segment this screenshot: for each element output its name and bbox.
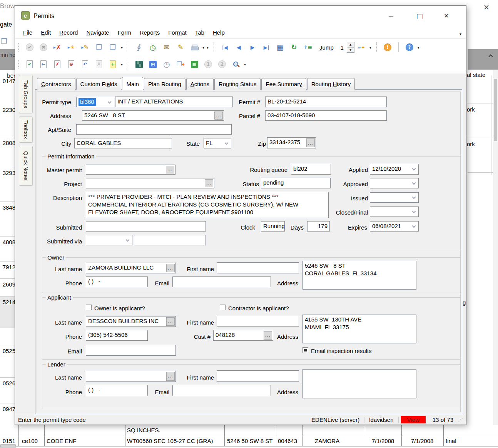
submitted-via-field[interactable]	[134, 235, 206, 245]
owner-last-name-browse-button[interactable]	[166, 264, 175, 272]
chevron-down-icon[interactable]	[412, 224, 416, 228]
bg-document-icon[interactable]: ❐	[1, 37, 7, 45]
description-field[interactable]: *** PRIVATE PROVIDER - MTCI - PLAN REVIE…	[86, 192, 329, 218]
spinner-up-icon[interactable]: ▲	[347, 42, 354, 47]
toolbar-drag-handle[interactable]	[18, 43, 20, 52]
step1-disabled-icon[interactable]: 1	[203, 59, 213, 69]
approve-doc-icon[interactable]: ✔	[25, 59, 35, 69]
chevron-down-icon[interactable]	[108, 100, 112, 104]
prev-record-icon[interactable]: ◀	[234, 42, 244, 52]
side-tab-tab-groups[interactable]: Tab Groups	[19, 75, 33, 113]
minimize-button[interactable]	[384, 11, 398, 21]
permit-number-field[interactable]: BL-20-12-5214	[265, 97, 387, 107]
lender-phone-field[interactable]: ( ) -	[86, 385, 148, 396]
wipe-icon[interactable]: ▰✦	[356, 42, 366, 52]
zip-browse-button[interactable]	[306, 138, 315, 147]
return-doc-icon[interactable]: ←	[38, 59, 48, 69]
side-tab-toolbox[interactable]: Toolbox	[19, 117, 33, 143]
add-note-icon[interactable]: +	[108, 59, 118, 69]
chevron-down-icon[interactable]	[225, 141, 229, 145]
delete-doc-icon[interactable]: ✗	[52, 59, 62, 69]
owner-last-name-field[interactable]: ZAMORA BUILDING LLC	[86, 263, 176, 273]
contractor-is-applicant-checkbox[interactable]	[220, 305, 226, 310]
tab-routing-history[interactable]: Routing History	[307, 78, 355, 90]
alert-icon[interactable]: !	[383, 42, 393, 52]
tab-fee-summary[interactable]: Fee Summary	[261, 78, 306, 90]
tab-main[interactable]: Main	[122, 77, 143, 90]
city-field[interactable]: CORAL GABLES	[74, 138, 172, 148]
tab-contractors[interactable]: Contractors	[37, 78, 75, 90]
calculator-icon[interactable]: ⊞	[148, 59, 158, 69]
cust-number-browse-button[interactable]	[264, 331, 272, 340]
sort-icon[interactable]: ↑≡	[303, 42, 313, 52]
inspect-icon[interactable]	[231, 59, 241, 69]
side-tab-quick-notes[interactable]: Quick Notes	[19, 146, 33, 186]
menu-reports[interactable]: Reports	[135, 27, 164, 38]
menu-form[interactable]: Form	[114, 27, 135, 38]
menu-record[interactable]: Record	[55, 27, 82, 38]
menu-navigate[interactable]: Navigate	[82, 27, 113, 38]
next-record-icon[interactable]: ▶	[247, 42, 257, 52]
address-field[interactable]: 5246 SW 8 ST	[82, 110, 224, 121]
first-record-icon[interactable]: |◀	[220, 42, 230, 52]
copy-record-icon[interactable]: ❐	[94, 42, 104, 52]
tab-routing-status[interactable]: Routing Status	[214, 78, 261, 90]
owner-first-name-field[interactable]	[217, 262, 299, 273]
void-doc-icon[interactable]: ✗	[94, 59, 104, 69]
attachments-icon[interactable]: ∮	[134, 42, 144, 52]
expires-date-combo[interactable]: 06/08/2021	[370, 221, 419, 231]
menu-edit[interactable]: Edit	[37, 27, 55, 38]
permit-type-desc-field[interactable]: INT / EXT ALTERATIONS	[115, 97, 233, 107]
copy-docs-icon[interactable]: ❐◆	[175, 59, 185, 69]
menu-file[interactable]: File	[19, 27, 37, 38]
menu-overflow-icon[interactable]	[460, 32, 461, 36]
map-icon[interactable]: ▚	[134, 59, 144, 69]
master-permit-browse-button[interactable]	[166, 166, 174, 173]
applicant-first-name-field[interactable]	[217, 316, 299, 327]
owner-is-applicant-checkbox[interactable]	[86, 305, 92, 310]
tab-custom-fields[interactable]: Custom Fields	[76, 78, 122, 90]
dropdown-caret-icon[interactable]: ▾	[418, 45, 419, 50]
dropdown-caret-icon[interactable]: ▾	[202, 45, 204, 50]
edit-record-icon[interactable]: ▸✎	[80, 42, 90, 52]
parcel-field[interactable]: 03-4107-018-5690	[265, 110, 387, 121]
status-field[interactable]: pending	[261, 178, 331, 188]
applied-date-combo[interactable]: 12/10/2020	[370, 164, 419, 175]
commit-record-icon[interactable]: ✔	[25, 42, 35, 52]
owner-email-field[interactable]	[172, 276, 271, 287]
address-browse-button[interactable]	[214, 112, 223, 120]
browse-grid-icon[interactable]: ▦	[275, 42, 285, 52]
submitted-field[interactable]	[86, 221, 206, 231]
menu-tab[interactable]: Tab	[191, 27, 209, 38]
rollback-record-icon[interactable]: ✖	[38, 42, 48, 52]
email-inspection-results-checkbox[interactable]	[302, 347, 308, 353]
last-record-icon[interactable]: ▶|	[261, 42, 271, 52]
owner-address-box[interactable]: 5246 SW 8 ST CORAL GABLES FL 33134	[302, 261, 416, 290]
step2-disabled-icon[interactable]: 2	[217, 59, 227, 69]
approved-date-combo[interactable]	[370, 178, 419, 188]
close-button[interactable]	[440, 11, 453, 21]
dropdown-caret-icon[interactable]: ▾	[244, 62, 246, 67]
chevron-down-icon[interactable]	[412, 167, 416, 171]
menu-help[interactable]: Help	[209, 27, 229, 38]
lender-email-field[interactable]	[172, 385, 271, 396]
master-permit-field[interactable]	[86, 165, 175, 175]
applicant-last-name-browse-button[interactable]	[166, 317, 175, 326]
menu-format[interactable]: Format	[164, 27, 191, 38]
title-bar[interactable]: e Permits	[15, 6, 466, 26]
state-combo[interactable]: FL	[204, 138, 231, 148]
undo-doc-icon[interactable]: ↶	[80, 59, 90, 69]
resize-grip-icon[interactable]	[458, 417, 466, 423]
delete-record-icon[interactable]: ▸✗	[52, 42, 62, 52]
chevron-down-icon[interactable]	[126, 238, 130, 242]
bg-menu-fragment[interactable]: gate	[0, 21, 12, 28]
tab-plan-routing[interactable]: Plan Routing	[144, 78, 185, 90]
apt-suite-field[interactable]	[76, 124, 232, 135]
spinner-down-icon[interactable]: ▼	[347, 47, 354, 53]
dropdown-caret-icon[interactable]: ▾	[121, 62, 123, 67]
maximize-button[interactable]	[413, 11, 426, 21]
dropdown-caret-icon[interactable]: ▾	[369, 45, 371, 50]
clock-icon[interactable]: ◷	[162, 59, 172, 69]
remove-doc-icon[interactable]: ⊖	[66, 59, 76, 69]
add-record-icon[interactable]: ▸✳	[66, 42, 76, 52]
